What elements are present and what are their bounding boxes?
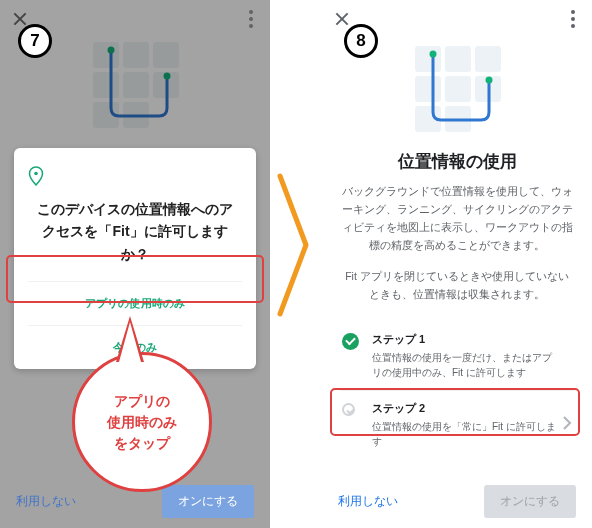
step-1[interactable]: ステップ 1 位置情報の使用を一度だけ、またはアプリの使用中のみ、Fit に許可… (340, 322, 574, 390)
svg-rect-14 (415, 76, 441, 102)
svg-rect-12 (445, 46, 471, 72)
location-pin-icon (28, 166, 242, 190)
svg-rect-13 (475, 46, 501, 72)
close-icon[interactable] (332, 10, 352, 30)
step-2-subtitle: 位置情報の使用を「常に」Fit に許可します (372, 419, 556, 449)
step-1-title: ステップ 1 (372, 332, 556, 347)
deny-button[interactable]: 利用しない (338, 493, 398, 510)
more-icon[interactable] (246, 10, 256, 30)
location-content: 位置情報の使用 バックグラウンドで位置情報を使用して、ウォーキング、ランニング、… (322, 150, 592, 459)
bottom-bar-right: 利用しない オンにする (322, 485, 592, 518)
step-1-subtitle: 位置情報の使用を一度だけ、またはアプリの使用中のみ、Fit に許可します (372, 350, 556, 380)
permission-question: このデバイスの位置情報へのアクセスを「Fit」に許可しますか？ (28, 198, 242, 281)
steps-list: ステップ 1 位置情報の使用を一度だけ、またはアプリの使用中のみ、Fit に許可… (340, 322, 574, 459)
svg-point-10 (34, 172, 38, 176)
description-secondary: Fit アプリを閉じているときや使用していないときも、位置情報は収集されます。 (340, 268, 574, 304)
step-badge-8: 8 (344, 24, 378, 58)
pending-icon (342, 403, 355, 416)
map-illustration-right (397, 40, 517, 140)
step-badge-7: 7 (18, 24, 52, 58)
step-2-title: ステップ 2 (372, 401, 556, 416)
description: バックグラウンドで位置情報を使用して、ウォーキング、ランニング、サイクリングのア… (340, 183, 574, 254)
svg-rect-11 (415, 46, 441, 72)
callout-text: アプリの 使用時のみ をタップ (107, 391, 177, 454)
more-icon[interactable] (568, 10, 578, 30)
svg-rect-15 (445, 76, 471, 102)
check-icon (342, 333, 359, 350)
deny-button[interactable]: 利用しない (16, 493, 76, 510)
screen-step-8: 位置情報の使用 バックグラウンドで位置情報を使用して、ウォーキング、ランニング、… (322, 0, 592, 528)
svg-point-19 (430, 51, 437, 58)
step-2[interactable]: ステップ 2 位置情報の使用を「常に」Fit に許可します (340, 390, 574, 459)
callout-bubble: アプリの 使用時のみ をタップ (72, 352, 212, 492)
page-title: 位置情報の使用 (340, 150, 574, 173)
svg-point-20 (486, 77, 493, 84)
next-arrow-icon (274, 170, 314, 320)
chevron-right-icon (562, 415, 572, 435)
enable-button[interactable]: オンにする (484, 485, 576, 518)
enable-button[interactable]: オンにする (162, 485, 254, 518)
